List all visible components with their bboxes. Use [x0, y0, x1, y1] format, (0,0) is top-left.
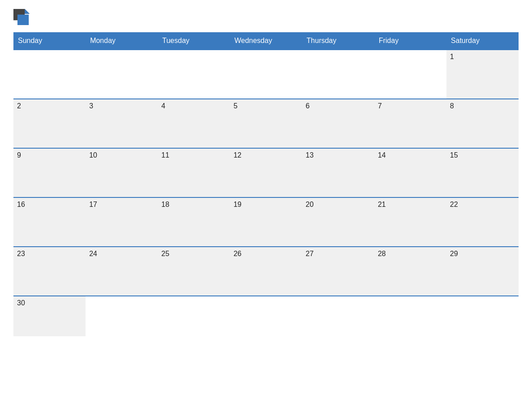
- day-number: 14: [378, 151, 386, 159]
- calendar-day-cell: 25: [158, 247, 230, 296]
- calendar-day-cell: 19: [230, 197, 302, 247]
- day-number: 29: [450, 250, 458, 257]
- calendar-week-row: 1: [13, 50, 519, 99]
- weekday-header-saturday: Saturday: [446, 32, 519, 50]
- calendar-day-cell: [302, 50, 374, 99]
- calendar-day-cell: 12: [230, 148, 302, 197]
- calendar-day-cell: [13, 50, 86, 99]
- calendar-week-row: 23242526272829: [13, 247, 519, 296]
- day-number: 7: [378, 102, 382, 110]
- calendar-day-cell: 22: [446, 197, 519, 247]
- calendar-week-row: 9101112131415: [13, 148, 519, 197]
- calendar-day-cell: 1: [446, 50, 519, 99]
- day-number: 1: [450, 53, 454, 60]
- calendar-day-cell: 11: [158, 148, 230, 197]
- calendar-week-row: 16171819202122: [13, 197, 519, 247]
- calendar-day-cell: 30: [13, 296, 86, 336]
- calendar-day-cell: 18: [158, 197, 230, 247]
- day-number: 17: [89, 201, 97, 208]
- day-number: 24: [89, 250, 97, 257]
- calendar-day-cell: 14: [374, 148, 446, 197]
- calendar-day-cell: 16: [13, 197, 86, 247]
- day-number: 9: [17, 151, 21, 159]
- calendar-day-cell: 21: [374, 197, 446, 247]
- day-number: 26: [233, 250, 241, 257]
- calendar-day-cell: 6: [302, 99, 374, 148]
- calendar-day-cell: 7: [374, 99, 446, 148]
- calendar-day-cell: [86, 50, 158, 99]
- page-header: [13, 9, 519, 25]
- calendar-day-cell: 4: [158, 99, 230, 148]
- day-number: 2: [17, 102, 21, 110]
- calendar-week-row: 30: [13, 296, 519, 336]
- day-number: 4: [161, 102, 165, 110]
- calendar-day-cell: 15: [446, 148, 519, 197]
- calendar-day-cell: [86, 296, 158, 336]
- logo: [13, 9, 31, 25]
- day-number: 20: [306, 201, 314, 208]
- day-number: 6: [306, 102, 310, 110]
- day-number: 19: [233, 201, 241, 208]
- calendar-table: SundayMondayTuesdayWednesdayThursdayFrid…: [13, 32, 519, 336]
- calendar-day-cell: 29: [446, 247, 519, 296]
- calendar-day-cell: 5: [230, 99, 302, 148]
- svg-marker-2: [25, 9, 30, 14]
- day-number: 16: [17, 201, 25, 208]
- calendar-day-cell: 26: [230, 247, 302, 296]
- calendar-day-cell: 24: [86, 247, 158, 296]
- calendar-day-cell: [374, 50, 446, 99]
- day-number: 22: [450, 201, 458, 208]
- day-number: 13: [306, 151, 314, 159]
- day-number: 18: [161, 201, 169, 208]
- day-number: 23: [17, 250, 25, 257]
- calendar-day-cell: 23: [13, 247, 86, 296]
- weekday-header-monday: Monday: [86, 32, 158, 50]
- calendar-day-cell: [302, 296, 374, 336]
- calendar-day-cell: 17: [86, 197, 158, 247]
- calendar-day-cell: 9: [13, 148, 86, 197]
- calendar-day-cell: 27: [302, 247, 374, 296]
- day-number: 25: [161, 250, 169, 257]
- calendar-day-cell: 13: [302, 148, 374, 197]
- weekday-header-wednesday: Wednesday: [230, 32, 302, 50]
- calendar-day-cell: 2: [13, 99, 86, 148]
- logo-icon: [13, 9, 30, 25]
- calendar-day-cell: 28: [374, 247, 446, 296]
- weekday-header-sunday: Sunday: [13, 32, 86, 50]
- weekday-header-tuesday: Tuesday: [158, 32, 230, 50]
- calendar-day-cell: [158, 50, 230, 99]
- day-number: 27: [306, 250, 314, 257]
- day-number: 21: [378, 201, 386, 208]
- day-number: 5: [233, 102, 237, 110]
- svg-marker-1: [17, 15, 29, 25]
- calendar-day-cell: [446, 296, 519, 336]
- day-number: 8: [450, 102, 454, 110]
- calendar-day-cell: 8: [446, 99, 519, 148]
- calendar-day-cell: 20: [302, 197, 374, 247]
- day-number: 28: [378, 250, 386, 257]
- calendar-week-row: 2345678: [13, 99, 519, 148]
- calendar-day-cell: [230, 50, 302, 99]
- calendar-day-cell: [158, 296, 230, 336]
- calendar-day-cell: 10: [86, 148, 158, 197]
- day-number: 12: [233, 151, 241, 159]
- calendar-day-cell: [230, 296, 302, 336]
- weekday-header-friday: Friday: [374, 32, 446, 50]
- day-number: 3: [89, 102, 93, 110]
- calendar-day-cell: 3: [86, 99, 158, 148]
- day-number: 15: [450, 151, 458, 159]
- weekday-header-row: SundayMondayTuesdayWednesdayThursdayFrid…: [13, 32, 519, 50]
- day-number: 30: [17, 299, 25, 307]
- calendar-day-cell: [374, 296, 446, 336]
- weekday-header-thursday: Thursday: [302, 32, 374, 50]
- day-number: 10: [89, 151, 97, 159]
- day-number: 11: [161, 151, 169, 159]
